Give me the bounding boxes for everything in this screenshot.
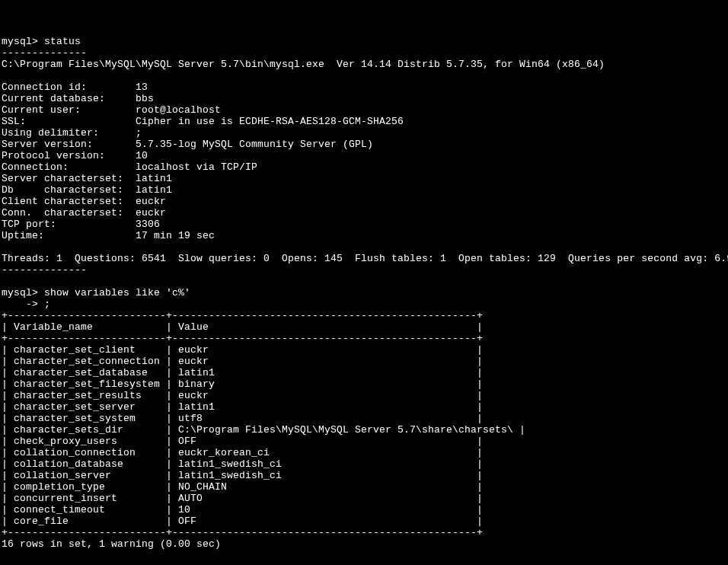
terminal-output[interactable]: mysql> status -------------- C:\Program … [2,36,726,550]
